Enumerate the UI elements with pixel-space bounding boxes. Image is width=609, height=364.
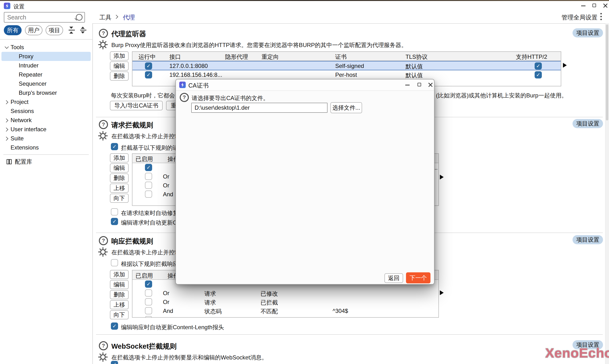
request-section-description: 在拦截选项卡上停止并控制	[111, 132, 181, 140]
proxy-delete-button[interactable]: 删除	[110, 72, 129, 81]
cell-relationship: 不匹配	[260, 308, 278, 315]
http2-checkbox[interactable]	[535, 62, 542, 70]
cell-certificate: Per-host	[335, 72, 357, 78]
library-book-icon	[6, 158, 13, 168]
sidebar-item-label: Proxy	[19, 52, 33, 61]
rule-enabled-checkbox[interactable]	[145, 298, 152, 305]
sidebar-item-sessions[interactable]: Sessions	[0, 106, 92, 116]
intercept-responses-checkbox[interactable]	[111, 259, 118, 266]
sidebar-item-suite[interactable]: Suite	[0, 134, 92, 143]
rule-enabled-checkbox[interactable]	[145, 191, 152, 198]
kebab-menu-icon[interactable]	[600, 13, 602, 22]
table-row[interactable]: And 状态码 不匹配 ^304$	[132, 306, 438, 315]
http2-checkbox[interactable]	[535, 71, 542, 78]
response-edit-button[interactable]: 编辑	[110, 280, 129, 289]
table-row[interactable]: 127.0.0.1:8080 Self-signed 默认值	[132, 61, 561, 70]
sidebar-library-divider	[3, 154, 89, 155]
import-export-ca-button[interactable]: 导入/导出CA证书	[110, 101, 163, 110]
filter-user-pill[interactable]: 用户	[25, 25, 42, 35]
websocket-checkbox-partial[interactable]	[111, 361, 118, 364]
sidebar-item-repeater[interactable]: Repeater	[0, 70, 92, 79]
back-button[interactable]: 返回	[384, 273, 403, 283]
manage-global-settings-link[interactable]: 管理全局设置	[561, 13, 597, 21]
request-edit-button[interactable]: 编辑	[110, 163, 129, 172]
table-row[interactable]: Or 请求 已修改	[132, 289, 438, 298]
running-checkbox[interactable]	[145, 71, 152, 78]
col-certificate[interactable]: 证书	[335, 53, 347, 61]
col-tls[interactable]: TLS协议	[405, 53, 428, 61]
col-interface[interactable]: 接口	[169, 53, 181, 61]
help-icon[interactable]: ?	[99, 120, 108, 129]
close-icon[interactable]	[602, 2, 609, 9]
col-enabled[interactable]: 已启用	[136, 272, 153, 280]
table-row[interactable]: And URL 在目标范围内	[132, 315, 438, 318]
proxy-section-description: Burp Proxy使用监听器接收来自浏览器的HTTP请求。您需要在浏览器中将B…	[111, 41, 407, 49]
search-input[interactable]	[4, 12, 85, 23]
response-moveup-button[interactable]: 上移	[110, 300, 129, 309]
help-icon[interactable]: ?	[99, 29, 108, 38]
rule-enabled-checkbox[interactable]	[145, 316, 152, 318]
search-icon	[76, 14, 83, 21]
ca-install-note-right: (比如浏览器)或其他计算机上安装的Burp一起使用。	[436, 92, 567, 99]
file-path-input[interactable]	[191, 103, 327, 113]
autofix-checkbox[interactable]	[111, 208, 118, 215]
cell-operation: Or	[163, 173, 169, 180]
scrollbar-thumb[interactable]	[606, 25, 608, 120]
col-running[interactable]: 运行中	[138, 53, 156, 61]
col-enabled[interactable]: 已启用	[136, 155, 153, 163]
response-autoupdate-checkbox[interactable]	[111, 323, 118, 330]
rule-enabled-checkbox[interactable]	[145, 173, 152, 180]
table-row[interactable]: Or 请求 已拦截	[132, 298, 438, 306]
rule-enabled-checkbox[interactable]	[145, 281, 152, 288]
choose-file-button[interactable]: 选择文件...	[330, 102, 362, 113]
minimize-icon[interactable]	[580, 2, 587, 9]
table-row[interactable]: 192.168.156.146:8... Per-host 默认值	[132, 70, 561, 79]
help-icon[interactable]: ?	[99, 236, 108, 245]
dialog-app-icon	[179, 82, 186, 89]
sidebar-item-user-interface[interactable]: User interface	[0, 125, 92, 134]
intercept-requests-checkbox[interactable]	[111, 143, 118, 150]
response-movedown-button[interactable]: 向下	[110, 310, 129, 319]
sidebar-item-network[interactable]: Network	[0, 116, 92, 125]
request-movedown-button[interactable]: 向下	[110, 194, 129, 203]
sidebar-item-proxy[interactable]: Proxy	[1, 52, 91, 61]
breadcrumb-parent[interactable]: 工具	[99, 13, 111, 21]
rule-enabled-checkbox[interactable]	[145, 182, 152, 189]
sidebar-item-sequencer[interactable]: Sequencer	[0, 79, 92, 88]
sidebar-item-intruder[interactable]: Intruder	[0, 61, 92, 70]
request-add-button[interactable]: 添加	[110, 153, 129, 162]
sidebar-item-config-library[interactable]: 配置库	[0, 157, 92, 166]
request-delete-button[interactable]: 删除	[110, 173, 129, 182]
request-autoupdate-checkbox[interactable]	[111, 218, 118, 225]
rule-enabled-checkbox[interactable]	[145, 289, 152, 297]
request-moveup-button[interactable]: 上移	[110, 183, 129, 193]
proxy-add-button[interactable]: 添加	[110, 51, 129, 61]
col-invisible[interactable]: 隐形代理	[225, 53, 248, 61]
maximize-icon[interactable]	[591, 2, 598, 9]
next-button[interactable]: 下一个	[406, 272, 430, 283]
response-add-button[interactable]: 添加	[110, 270, 129, 279]
collapse-all-icon[interactable]	[69, 27, 75, 34]
app-icon	[4, 3, 10, 10]
running-checkbox[interactable]	[145, 62, 152, 70]
project-settings-badge: 项目设置	[572, 119, 603, 128]
breadcrumb-current[interactable]: 代理	[123, 13, 135, 21]
filter-all-pill[interactable]: 所有	[4, 25, 22, 35]
dialog-close-icon[interactable]	[427, 81, 434, 89]
col-http2[interactable]: 支持HTTP/2	[516, 53, 547, 61]
sidebar-item-tools[interactable]: Tools	[0, 43, 92, 52]
sidebar-item-extensions[interactable]: Extensions	[0, 143, 92, 152]
sidebar-item-burps-browser[interactable]: Burp's browser	[0, 88, 92, 97]
dialog-maximize-icon[interactable]	[416, 81, 423, 89]
sidebar-item-project[interactable]: Project	[0, 97, 92, 106]
expand-all-icon[interactable]	[80, 27, 86, 34]
response-delete-button[interactable]: 删除	[110, 290, 129, 299]
rule-enabled-checkbox[interactable]	[145, 164, 152, 171]
col-redirect[interactable]: 重定向	[261, 53, 279, 61]
filter-project-pill[interactable]: 项目	[46, 25, 63, 35]
proxy-edit-button[interactable]: 编辑	[110, 61, 129, 71]
help-icon[interactable]: ?	[99, 341, 108, 350]
rule-enabled-checkbox[interactable]	[145, 307, 152, 314]
dialog-minimize-icon[interactable]	[404, 81, 411, 89]
sidebar-item-label: Extensions	[11, 143, 39, 152]
